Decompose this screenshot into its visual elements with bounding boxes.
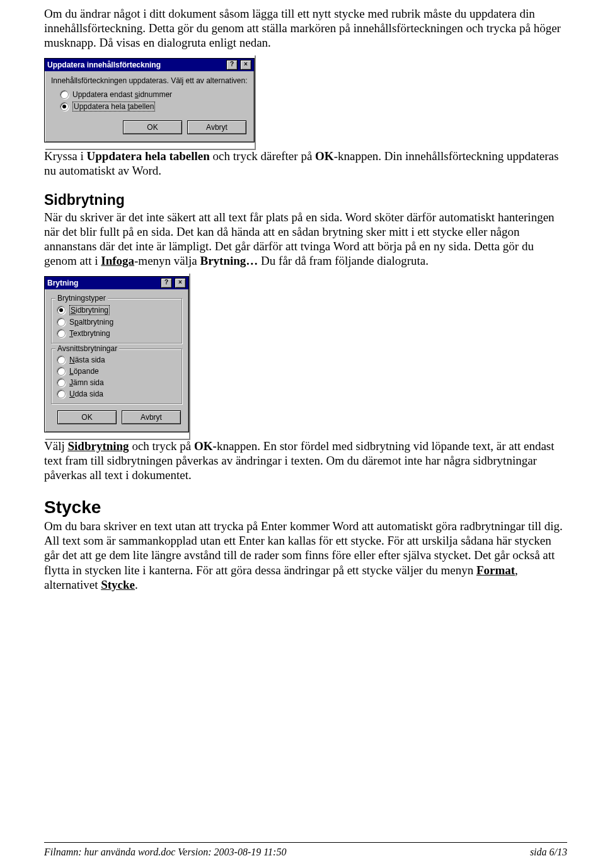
- dialog1-content: Innehållsförteckningen uppdateras. Välj …: [45, 71, 254, 142]
- radio-icon: [57, 367, 66, 376]
- footer-right: sida 6/13: [530, 847, 567, 858]
- radio-label: Uppdatera endast sidnummer: [72, 90, 172, 99]
- radio-udda-sida[interactable]: Udda sida: [57, 388, 176, 400]
- radio-lopande[interactable]: Löpande: [57, 366, 176, 377]
- help-button[interactable]: ?: [161, 278, 172, 288]
- bold-underline: Sidbrytning: [67, 439, 129, 453]
- stycke-paragraph: Om du bara skriver en text utan att tryc…: [44, 519, 567, 592]
- text: Du får då fram följande dialogruta.: [258, 254, 429, 267]
- label-post: idbrytning: [76, 306, 108, 315]
- label-post: ämn sida: [73, 378, 104, 387]
- label-hotkey: U: [69, 390, 75, 398]
- label-pre: Uppdatera hela: [74, 102, 127, 111]
- dialog1-prompt: Innehållsförteckningen uppdateras. Välj …: [51, 76, 248, 85]
- group-legend: Avsnittsbrytningar: [55, 344, 119, 353]
- radio-icon: [60, 90, 69, 99]
- bold-underline: Stycke: [101, 578, 135, 591]
- radio-label-focused: Sidbrytning: [69, 305, 110, 315]
- radio-label: Udda sida: [69, 390, 103, 398]
- group-avsnittsbrytningar: Avsnittsbrytningar Nästa sida Löpande Jä…: [51, 349, 182, 404]
- radio-icon: [57, 329, 66, 338]
- heading-sidbrytning: Sidbrytning: [44, 192, 567, 209]
- after-dialog2-paragraph: Välj Sidbrytning och tryck på OK-knappen…: [44, 439, 567, 483]
- label-post: dda sida: [75, 390, 103, 398]
- text-inner: Format: [476, 564, 515, 577]
- dialog2-button-row: OK Avbryt: [51, 409, 182, 425]
- group-brytningstyper: Brytningstyper Sidbrytning Spaltbrytning…: [51, 298, 182, 344]
- radio-label: Spaltbrytning: [69, 318, 113, 327]
- radio-label: Jämn sida: [69, 378, 104, 387]
- bold-text: OK-: [194, 439, 217, 453]
- page-footer: Filnamn: hur använda word.doc Version: 2…: [44, 847, 567, 858]
- after-dialog1-paragraph: Kryssa i Uppdatera hela tabellen och try…: [44, 149, 567, 178]
- bold-underline: Format: [476, 564, 515, 577]
- text: Välj: [44, 439, 67, 453]
- heading-stycke: Stycke: [44, 497, 567, 518]
- text: och tryck därefter på: [210, 149, 315, 163]
- text-inner: Uppdatera hela tabellen: [87, 149, 210, 163]
- bold-text: OK: [315, 149, 334, 163]
- dialog1-titlebar: Uppdatera innehållsförteckning ? ×: [45, 59, 254, 71]
- label-post: idnummer: [139, 90, 172, 99]
- bold-text: Brytning…: [200, 254, 258, 267]
- radio-jamn-sida[interactable]: Jämn sida: [57, 377, 176, 388]
- radio-sidbrytning[interactable]: Sidbrytning: [57, 304, 176, 316]
- text: .: [135, 578, 138, 591]
- label-post: abellen: [130, 102, 154, 111]
- radio-icon: [57, 390, 66, 398]
- dialog2-titlebar: Brytning ? ×: [45, 277, 188, 289]
- radio-spaltbrytning[interactable]: Spaltbrytning: [57, 316, 176, 328]
- ok-button[interactable]: OK: [57, 410, 117, 424]
- radio-textbrytning[interactable]: Textbrytning: [57, 328, 176, 339]
- sidbrytning-paragraph: När du skriver är det inte säkert att al…: [44, 210, 567, 269]
- text-inner: Infoga: [101, 254, 134, 267]
- radio-update-whole-table[interactable]: Uppdatera hela tabellen: [51, 100, 248, 113]
- dialog1-button-row: OK Avbryt: [51, 119, 248, 136]
- dialog2-title: Brytning: [47, 279, 158, 287]
- group-legend: Brytningstyper: [55, 294, 108, 303]
- label-pre: Uppdatera endast: [72, 90, 135, 99]
- text-inner: Stycke: [101, 578, 135, 591]
- cancel-button[interactable]: Avbryt: [122, 410, 181, 424]
- radio-label-focused: Uppdatera hela tabellen: [72, 101, 155, 112]
- label-hotkey: N: [69, 356, 75, 364]
- dialog1-shadow: Uppdatera innehållsförteckning ? × Inneh…: [44, 54, 255, 149]
- label-post: extbrytning: [73, 329, 110, 338]
- dialog1-title: Uppdatera innehållsförteckning: [47, 61, 224, 69]
- radio-update-pagenumbers[interactable]: Uppdatera endast sidnummer: [51, 89, 248, 100]
- radio-icon: [57, 356, 66, 364]
- text: Kryssa i: [44, 149, 87, 163]
- ok-button[interactable]: OK: [123, 120, 182, 134]
- close-button[interactable]: ×: [175, 278, 186, 288]
- label-post: öpande: [74, 367, 99, 376]
- label-pre: S: [69, 318, 74, 327]
- document-page: Om du ändrar något i ditt dokument såsom…: [0, 0, 605, 868]
- text: -menyn välja: [134, 254, 200, 267]
- dialog-update-toc: Uppdatera innehållsförteckning ? × Inneh…: [44, 58, 255, 142]
- cancel-button[interactable]: Avbryt: [187, 120, 246, 134]
- text: och tryck på: [129, 439, 194, 453]
- radio-label: Textbrytning: [69, 329, 110, 338]
- close-button[interactable]: ×: [240, 60, 251, 70]
- text-inner: Sidbrytning: [67, 439, 129, 453]
- dialog-brytning: Brytning ? × Brytningstyper Sidbrytning …: [44, 276, 189, 432]
- radio-label: Löpande: [69, 367, 99, 376]
- dialog2-shadow: Brytning ? × Brytningstyper Sidbrytning …: [44, 272, 189, 439]
- radio-label: Nästa sida: [69, 356, 105, 364]
- radio-nasta-sida[interactable]: Nästa sida: [57, 354, 176, 366]
- dialog2-content: Brytningstyper Sidbrytning Spaltbrytning…: [45, 289, 188, 432]
- label-post: ästa sida: [75, 356, 105, 364]
- intro-paragraph: Om du ändrar något i ditt dokument såsom…: [44, 6, 567, 50]
- label-post: altbrytning: [79, 318, 113, 327]
- radio-icon: [60, 102, 69, 111]
- radio-icon: [57, 318, 66, 327]
- radio-icon: [57, 306, 66, 315]
- radio-icon: [57, 378, 66, 387]
- footer-left: Filnamn: hur använda word.doc Version: 2…: [44, 847, 286, 858]
- bold-underline: Infoga: [101, 254, 134, 267]
- label-hotkey: S: [71, 306, 76, 315]
- label-hotkey: L: [69, 367, 74, 376]
- help-button[interactable]: ?: [226, 60, 238, 70]
- footer-separator: [44, 842, 567, 843]
- bold-text: Uppdatera hela tabellen: [87, 149, 210, 163]
